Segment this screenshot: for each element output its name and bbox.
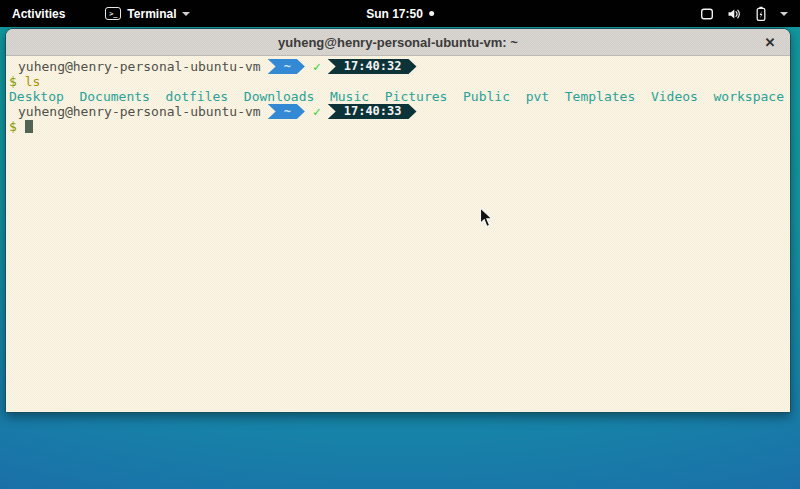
powerline-path-segment: ~ xyxy=(268,59,305,74)
close-icon: ✕ xyxy=(765,35,776,50)
dir-entry: Documents xyxy=(79,89,149,104)
dir-entry: Downloads xyxy=(244,89,314,104)
powerline-time-segment: 17:40:33 xyxy=(328,104,417,119)
ls-output: Desktop Documents dotfiles Downloads Mus… xyxy=(9,89,786,104)
window-titlebar[interactable]: yuheng@henry-personal-ubuntu-vm: ~ ✕ xyxy=(6,29,790,56)
screen-icon xyxy=(699,6,715,22)
clock-button[interactable]: Sun 17:50 xyxy=(358,0,442,27)
terminal-screen[interactable]: yuheng@henry-personal-ubuntu-vm ~ ✓ 17:4… xyxy=(6,56,790,413)
app-menu-label: Terminal xyxy=(127,7,176,21)
battery-charging-icon xyxy=(753,6,769,22)
clock-label: Sun 17:50 xyxy=(366,7,423,21)
prompt-line: yuheng@henry-personal-ubuntu-vm ~ ✓ 17:4… xyxy=(9,104,786,119)
window-title: yuheng@henry-personal-ubuntu-vm: ~ xyxy=(278,35,518,50)
dir-entry: Videos xyxy=(651,89,698,104)
dir-entry: workspace xyxy=(714,89,784,104)
dir-entry: pvt xyxy=(526,89,549,104)
check-icon: ✓ xyxy=(313,59,321,74)
close-button[interactable]: ✕ xyxy=(758,29,782,55)
activities-button[interactable]: Activities xyxy=(0,0,77,27)
dir-entry: Desktop xyxy=(9,89,64,104)
chevron-down-icon xyxy=(182,12,190,16)
dir-entry: Pictures xyxy=(385,89,448,104)
top-bar: Activities >_ Terminal Sun 17:50 xyxy=(0,0,800,27)
top-bar-left: Activities >_ Terminal xyxy=(0,0,200,27)
prompt-dollar: $ xyxy=(9,119,17,134)
prompt-user: yuheng@henry-personal-ubuntu-vm xyxy=(18,104,261,119)
prompt-line: yuheng@henry-personal-ubuntu-vm ~ ✓ 17:4… xyxy=(9,59,786,74)
powerline-path-segment: ~ xyxy=(268,104,305,119)
app-menu-button[interactable]: >_ Terminal xyxy=(95,0,200,27)
input-line: $ xyxy=(9,119,786,134)
powerline-time-segment: 17:40:32 xyxy=(328,59,417,74)
prompt-dollar: $ xyxy=(9,74,17,89)
notification-dot xyxy=(429,11,434,16)
terminal-window: yuheng@henry-personal-ubuntu-vm: ~ ✕ yuh… xyxy=(5,28,791,413)
volume-icon xyxy=(726,6,742,22)
command-line: $ ls xyxy=(9,74,786,89)
check-icon: ✓ xyxy=(313,104,321,119)
chevron-down-icon xyxy=(780,12,788,16)
prompt-user: yuheng@henry-personal-ubuntu-vm xyxy=(18,59,261,74)
dir-entry: dotfiles xyxy=(166,89,229,104)
terminal-icon: >_ xyxy=(105,7,121,20)
dir-entry: Templates xyxy=(565,89,635,104)
command-text: ls xyxy=(25,74,41,89)
terminal-cursor xyxy=(25,120,33,133)
dir-entry: Public xyxy=(463,89,510,104)
dir-entry: Music xyxy=(330,89,369,104)
system-menu-button[interactable] xyxy=(691,0,800,27)
